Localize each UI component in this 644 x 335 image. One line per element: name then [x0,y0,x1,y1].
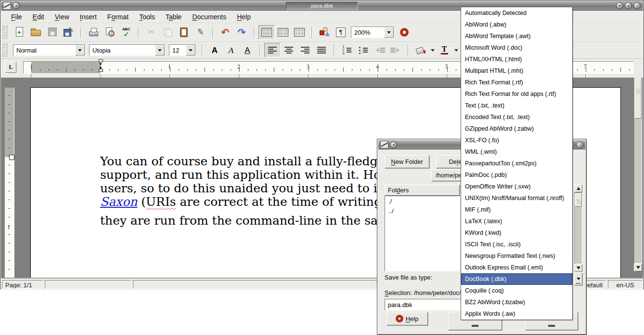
size-combo-arrow-icon[interactable] [186,45,195,55]
shade-button[interactable]: ▼ [616,2,623,9]
folders-column-header[interactable]: Folders [385,185,460,196]
maximize-button[interactable]: ▲ [625,2,632,9]
menu-edit[interactable]: Edit [27,12,50,22]
menu-table[interactable]: Table [160,12,187,22]
style-combo-arrow-icon[interactable] [75,45,85,55]
numbered-list-button[interactable]: 123 [338,43,355,57]
dialog-help-button[interactable]: Help [386,312,428,325]
menu-insert[interactable]: Insert [75,12,102,22]
help-button[interactable] [396,25,412,40]
align-center-button[interactable] [281,43,297,57]
hyperlink[interactable]: Saxon [100,195,137,209]
bold-button[interactable]: A [206,43,223,57]
three-columns-button[interactable] [291,25,308,40]
save-as-button[interactable]: ✎ [60,25,77,40]
menu-documents[interactable]: Documents [187,12,232,22]
new-folder-button[interactable]: New Folder [385,155,429,168]
format-option[interactable]: Encoded Text (.txt, .text) [461,111,572,123]
save-type-dropdown-arrow[interactable] [574,273,582,285]
format-option[interactable]: Coquille (.coq) [461,285,572,296]
menu-view[interactable]: View [50,12,75,22]
format-option[interactable]: Multipart HTML (.mht) [461,65,572,77]
one-column-button[interactable] [258,25,275,40]
menu-file[interactable]: File [6,12,27,22]
close-button[interactable]: ╲ [633,2,641,9]
indent-marker[interactable]: ▼ ▲ [97,59,104,79]
underline-button[interactable]: A [239,43,256,57]
format-option[interactable]: Automatically Detected [461,7,572,19]
vertical-ruler[interactable]: 1 [4,87,14,279]
font-color-arrow[interactable] [452,43,460,57]
background-color-arrow[interactable] [429,43,436,57]
format-option[interactable]: XSL-FO (.fo) [461,134,572,146]
menu-tools[interactable]: Tools [134,12,160,22]
tab-selector-button[interactable]: L [5,62,16,73]
align-left-button[interactable] [264,43,281,57]
paste-button[interactable] [176,25,192,40]
open-button[interactable] [27,25,44,40]
format-option[interactable]: Microsoft Word (.doc) [461,42,572,54]
dialog-close-button[interactable]: ╲ [576,141,583,148]
format-option[interactable]: WML (.wml) [461,146,572,158]
format-option[interactable]: DocBook (.dbk) [461,273,572,285]
format-option[interactable]: Newsgroup Formatted Text (.nws) [461,250,572,262]
style-combo[interactable]: Normal [13,44,85,56]
scroll-down-button[interactable] [634,264,642,271]
undo-button[interactable]: ↶ [217,25,233,40]
format-option[interactable]: MIF (.mif) [461,204,572,215]
format-option[interactable]: AbiWord Template (.awt) [461,30,572,42]
size-combo[interactable]: 12 [169,44,196,56]
folder-item[interactable]: ../ [385,206,459,215]
format-option[interactable]: PalmDoc (.pdb) [461,169,572,181]
format-option[interactable]: Rich Text Format for old apps (.rtf) [461,88,572,100]
font-combo[interactable]: Utopia [89,44,165,56]
redo-button[interactable]: ↷ [233,25,250,40]
menu-format[interactable]: Format [102,12,134,22]
main-toolbar-drag-handle[interactable] [2,26,8,39]
top-margin-marker[interactable] [9,155,14,160]
vertical-scrollbar[interactable] [634,78,642,271]
format-option[interactable]: Rich Text Format (.rtf) [461,77,572,88]
print-button[interactable] [85,25,102,40]
format-option[interactable]: BZ2 AbiWord (.bzabw) [461,296,572,308]
two-columns-button[interactable] [275,25,291,40]
folders-list[interactable]: ./../ [385,196,460,271]
new-document-button[interactable]: + [11,25,27,40]
format-option[interactable]: LaTeX (.latex) [461,215,572,227]
spellcheck-button[interactable]: ABC✓ [118,25,134,40]
align-right-button[interactable] [297,43,313,57]
print-preview-button[interactable] [102,25,118,40]
italic-button[interactable]: A [223,43,239,57]
scroll-thumb[interactable] [634,78,642,119]
menu-help[interactable]: Help [232,12,256,22]
folder-item[interactable]: ./ [385,196,459,206]
scroll-track[interactable] [634,78,642,264]
format-option[interactable]: OpenOffice Writer (.sxw) [461,181,572,192]
font-combo-arrow-icon[interactable] [155,45,165,55]
format-option[interactable]: AbiWord (.abw) [461,19,572,30]
format-option[interactable]: GZipped AbiWord (.zabw) [461,123,572,134]
font-color-button[interactable]: T [436,43,452,57]
format-option[interactable]: PassepartoutToo (.xml2ps) [461,158,572,169]
show-drawings-button[interactable] [316,25,333,40]
files-scroll-down-button[interactable] [574,264,582,272]
format-option[interactable]: UNIX(tm) Nroff/Manual format (.nroff) [461,192,572,204]
format-option[interactable]: KWord (.kwd) [461,227,572,239]
show-formatting-marks-button[interactable]: ¶ [333,25,349,40]
files-scroll-thumb[interactable] [575,193,582,207]
format-toolbar-drag-handle[interactable] [2,43,8,57]
format-option[interactable]: ISCII Text (.isc, .iscii) [461,239,572,250]
zoom-combo-arrow-icon[interactable] [384,27,394,38]
background-color-button[interactable] [412,43,429,57]
files-scroll-track[interactable] [574,192,582,264]
files-scroll-up-button[interactable] [574,185,582,192]
format-option[interactable]: Outlook Express Email (.eml) [461,262,572,273]
files-scrollbar[interactable] [574,185,582,272]
align-justify-button[interactable] [313,43,330,57]
format-option[interactable]: Applix Words (.aw) [461,308,572,320]
format-option[interactable]: Text (.txt, .text) [461,100,572,111]
format-option[interactable]: HTML/XHTML (.html) [461,54,572,65]
bulleted-list-button[interactable] [355,43,371,57]
stylus-button[interactable]: ✎ [192,25,208,40]
window-menu-button[interactable]: ● [13,2,20,9]
